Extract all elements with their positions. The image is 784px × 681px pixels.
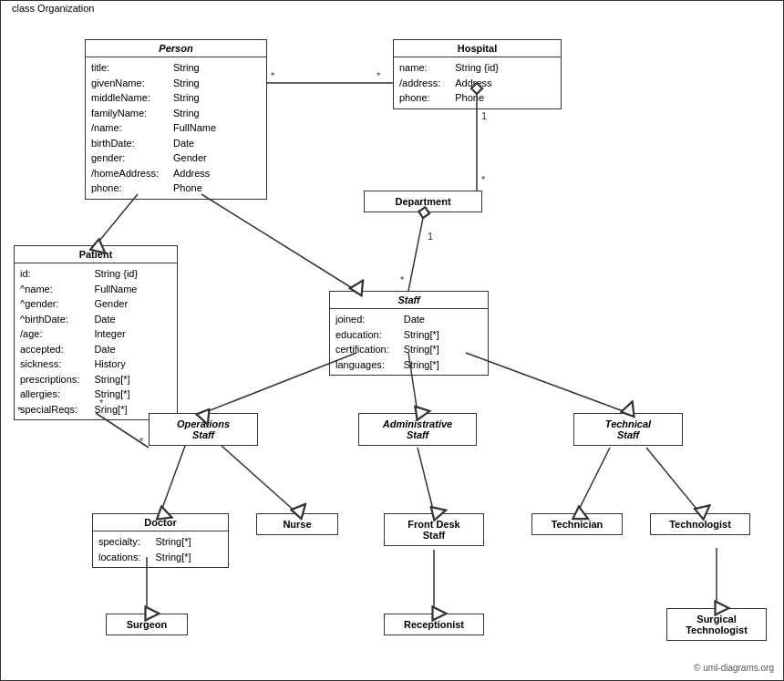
patient-types: String {id} FullName Gender Date Integer… <box>94 266 138 417</box>
staff-types: Date String[*] String[*] String[*] <box>404 312 439 372</box>
person-attrs: title: givenName: middleName: familyName… <box>91 60 159 196</box>
hospital-attrs: name: /address: phone: <box>399 60 440 106</box>
svg-line-21 <box>418 448 434 513</box>
svg-text:*: * <box>139 436 144 447</box>
doctor-types: String[*] String[*] <box>155 534 191 564</box>
patient-attrs: id: ^name: ^gender: ^birthDate: /age: ac… <box>20 266 79 417</box>
svg-line-10 <box>96 194 138 245</box>
copyright: © uml-diagrams.org <box>694 663 774 673</box>
operations-staff-class: OperationsStaff <box>149 413 258 446</box>
hospital-body: name: /address: phone: String {id} Addre… <box>394 57 561 108</box>
svg-line-19 <box>160 446 185 513</box>
person-class: Person title: givenName: middleName: fam… <box>85 39 267 200</box>
patient-body: id: ^name: ^gender: ^birthDate: /age: ac… <box>15 263 177 419</box>
operations-staff-header: OperationsStaff <box>150 414 257 445</box>
svg-text:*: * <box>377 70 381 81</box>
receptionist-header: Receptionist <box>385 614 483 635</box>
doctor-header: Doctor <box>93 514 228 531</box>
diagram-title: class Organization <box>8 3 98 14</box>
staff-class: Staff joined: education: certification: … <box>329 291 489 376</box>
doctor-body: specialty: locations: String[*] String[*… <box>93 531 228 567</box>
person-header: Person <box>86 40 266 57</box>
nurse-class: Nurse <box>256 513 338 535</box>
doctor-attrs: specialty: locations: <box>98 534 140 564</box>
diagram-container: class Organization Person title: givenNa… <box>0 0 784 681</box>
nurse-header: Nurse <box>257 514 337 534</box>
hospital-class: Hospital name: /address: phone: String {… <box>393 39 562 109</box>
technician-class: Technician <box>531 513 623 535</box>
svg-text:*: * <box>481 174 486 185</box>
svg-line-22 <box>577 448 610 513</box>
svg-text:*: * <box>400 274 405 285</box>
svg-line-11 <box>201 194 356 291</box>
svg-line-23 <box>646 448 700 513</box>
surgical-technologist-header: SurgicalTechnologist <box>667 609 766 640</box>
hospital-header: Hospital <box>394 40 561 57</box>
department-header: Department <box>365 191 481 212</box>
hospital-types: String {id} Address Phone <box>455 60 499 106</box>
svg-text:1: 1 <box>428 231 433 242</box>
front-desk-staff-header: Front DeskStaff <box>385 514 483 545</box>
person-body: title: givenName: middleName: familyName… <box>86 57 266 199</box>
administrative-staff-class: AdministrativeStaff <box>358 413 477 446</box>
person-types: String String String String FullName Dat… <box>173 60 216 196</box>
staff-body: joined: education: certification: langua… <box>330 309 488 375</box>
patient-class: Patient id: ^name: ^gender: ^birthDate: … <box>14 245 178 420</box>
front-desk-staff-class: Front DeskStaff <box>384 513 484 546</box>
patient-header: Patient <box>15 246 177 263</box>
technician-header: Technician <box>532 514 622 534</box>
department-class: Department <box>364 191 482 212</box>
technical-staff-class: TechnicalStaff <box>573 413 683 446</box>
doctor-class: Doctor specialty: locations: String[*] S… <box>92 513 229 568</box>
technologist-header: Technologist <box>651 514 749 534</box>
staff-attrs: joined: education: certification: langua… <box>335 312 389 372</box>
surgeon-class: Surgeon <box>106 614 188 635</box>
staff-header: Staff <box>330 292 488 309</box>
receptionist-class: Receptionist <box>384 614 484 635</box>
surgeon-header: Surgeon <box>107 614 187 635</box>
svg-text:*: * <box>271 70 275 81</box>
surgical-technologist-class: SurgicalTechnologist <box>666 608 767 641</box>
svg-line-7 <box>408 218 423 291</box>
svg-line-18 <box>466 353 628 413</box>
svg-text:1: 1 <box>481 110 487 121</box>
technologist-class: Technologist <box>650 513 750 535</box>
technical-staff-header: TechnicalStaff <box>574 414 682 445</box>
administrative-staff-header: AdministrativeStaff <box>359 414 476 445</box>
svg-line-20 <box>222 446 297 513</box>
